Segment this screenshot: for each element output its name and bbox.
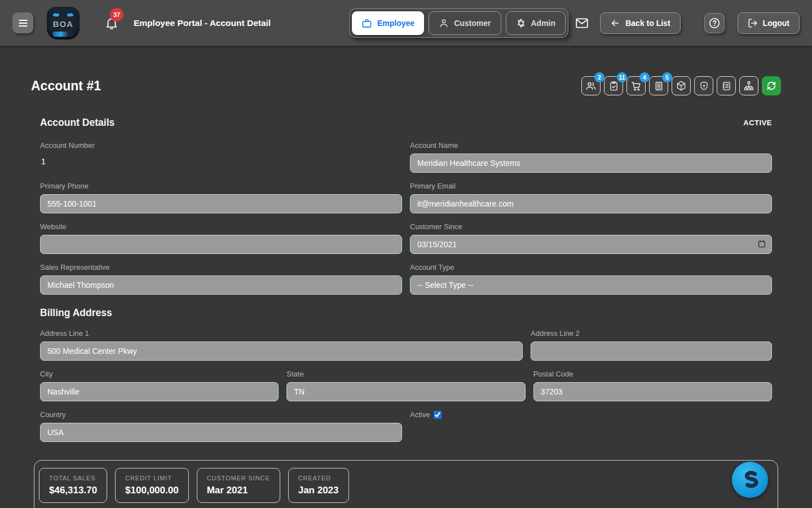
address-line-1-input[interactable] (40, 341, 523, 361)
billing-address-heading: Billing Address (40, 307, 772, 319)
field-account-type: Account Type -- Select Type -- (410, 263, 772, 295)
clipboard-check-icon (608, 81, 619, 91)
security-button[interactable] (694, 76, 713, 95)
tasks-button[interactable]: 11 (604, 76, 623, 95)
hamburger-icon (17, 17, 29, 29)
field-primary-email: Primary Email (410, 182, 772, 213)
logout-button[interactable]: Logout (738, 12, 800, 34)
portal-tab-group: Employee Customer Admin (349, 8, 568, 38)
field-active: Active (410, 410, 772, 442)
logout-icon (748, 18, 758, 28)
invoices-button[interactable]: 5 (649, 76, 668, 95)
logo-eye-icon (52, 13, 60, 16)
field-state: State (286, 370, 525, 401)
field-website: Website (40, 222, 402, 254)
help-button[interactable] (704, 13, 725, 33)
field-country: Country (40, 410, 402, 442)
customer-since-date-input[interactable] (410, 235, 772, 254)
customer-since-label: Customer Since (410, 222, 772, 231)
main-content: Account #1 2 11 (0, 46, 812, 451)
person-icon (439, 18, 449, 28)
stat-label: CUSTOMER SINCE (207, 475, 270, 481)
account-details-section: Account Details ACTIVE Account Number 1 … (31, 117, 781, 442)
state-input[interactable] (286, 382, 525, 401)
orders-button[interactable]: 4 (626, 76, 646, 95)
address-line-2-label: Address Line 2 (531, 329, 772, 338)
country-input[interactable] (40, 423, 402, 442)
tab-employee-label: Employee (377, 19, 414, 28)
primary-email-input[interactable] (410, 194, 772, 213)
calendar-icon[interactable] (757, 239, 766, 248)
stat-total-sales: TOTAL SALES $46,313.70 (39, 468, 107, 503)
top-navbar: BOA 37 Employee Portal - Account Detail … (0, 0, 812, 46)
contacts-button[interactable]: 2 (581, 76, 601, 95)
logo-text: BOA (53, 19, 73, 29)
stat-credit-limit: CREDIT LIMIT $100,000.00 (115, 468, 189, 503)
stat-label: CREDIT LIMIT (125, 475, 179, 481)
account-number-value: 1 (40, 154, 402, 169)
address-line-2-input[interactable] (531, 341, 772, 361)
stat-value: Mar 2021 (207, 485, 270, 496)
envelope-icon (575, 16, 589, 30)
tab-admin-label: Admin (531, 19, 556, 28)
address-line-1-label: Address Line 1 (40, 329, 523, 338)
website-input[interactable] (40, 235, 402, 254)
cart-icon (630, 80, 642, 91)
active-label: Active (410, 410, 430, 419)
shield-icon (699, 81, 709, 91)
country-label: Country (40, 410, 402, 419)
primary-phone-input[interactable] (40, 194, 402, 213)
mail-button[interactable] (575, 16, 589, 30)
tab-employee[interactable]: Employee (352, 11, 424, 35)
status-badge: ACTIVE (743, 119, 772, 127)
tab-admin[interactable]: Admin (506, 11, 566, 35)
state-label: State (286, 370, 525, 378)
question-icon (708, 17, 721, 29)
website-label: Website (40, 222, 402, 231)
logout-label: Logout (763, 19, 789, 28)
logo-tail (52, 32, 74, 37)
refresh-button[interactable] (762, 76, 781, 95)
field-customer-since: Customer Since (410, 222, 772, 254)
account-type-select[interactable]: -- Select Type -- (410, 275, 772, 295)
account-name-input[interactable] (410, 154, 772, 173)
stat-value: $46,313.70 (49, 485, 97, 496)
stat-value: Jan 2023 (298, 485, 339, 496)
postal-code-label: Postal Code (533, 370, 772, 378)
navbar-right-actions: Back to List Logout (575, 0, 800, 46)
field-address-line-1: Address Line 1 (40, 329, 523, 361)
postal-code-input[interactable] (533, 382, 772, 401)
stats-panel: TOTAL SALES $46,313.70 CREDIT LIMIT $100… (34, 460, 778, 508)
notifications-button[interactable]: 37 (104, 16, 119, 30)
hierarchy-button[interactable] (739, 76, 758, 95)
briefcase-icon (361, 18, 372, 29)
snake-s-icon (738, 468, 762, 492)
contacts-icon (585, 80, 597, 91)
primary-email-label: Primary Email (410, 182, 772, 190)
field-account-name: Account Name (410, 141, 772, 173)
sales-representative-input[interactable] (40, 275, 402, 295)
assistant-bubble-logo[interactable] (732, 462, 768, 498)
app-logo: BOA (47, 7, 80, 40)
notes-button[interactable] (717, 76, 736, 95)
invoice-icon (654, 81, 664, 91)
back-to-list-label: Back to List (625, 19, 670, 28)
journal-icon (721, 81, 732, 91)
tasks-count-badge: 11 (617, 72, 627, 82)
back-to-list-button[interactable]: Back to List (600, 12, 680, 34)
stat-created: CREATED Jan 2023 (288, 468, 349, 503)
orders-count-badge: 4 (639, 72, 650, 82)
account-type-label: Account Type (410, 263, 772, 271)
sitemap-icon (743, 80, 754, 91)
account-toolbar: 2 11 4 (581, 76, 781, 95)
city-input[interactable] (40, 382, 279, 401)
stat-customer-since: CUSTOMER SINCE Mar 2021 (197, 468, 280, 503)
products-button[interactable] (672, 76, 691, 95)
logo-eye-icon (67, 13, 74, 16)
account-details-heading: Account Details (40, 117, 114, 129)
stat-value: $100,000.00 (125, 485, 179, 496)
hamburger-menu-button[interactable] (12, 12, 33, 33)
tab-customer[interactable]: Customer (429, 11, 501, 35)
sales-representative-label: Sales Representative (40, 263, 402, 271)
active-checkbox[interactable] (434, 411, 442, 419)
